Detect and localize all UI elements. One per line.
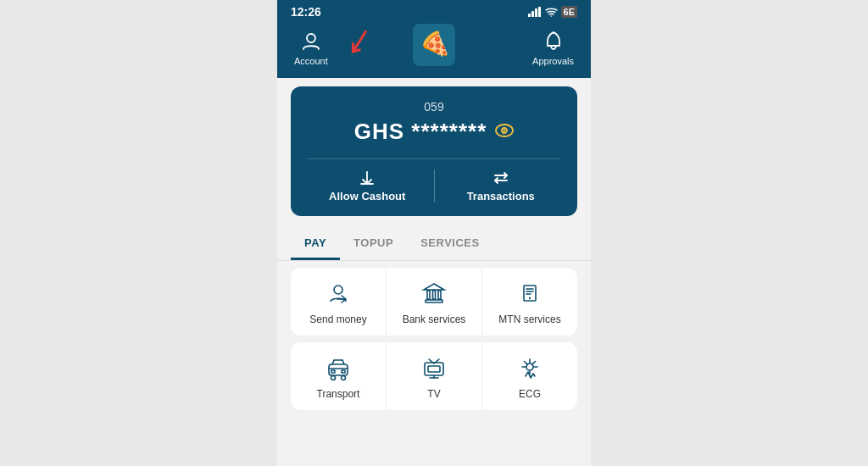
services-section: Send money Bank services [277, 261, 591, 466]
svg-point-31 [526, 363, 533, 370]
svg-rect-0 [528, 14, 531, 17]
arrow-icon [338, 25, 381, 64]
allow-cashout-label: Allow Cashout [329, 190, 405, 202]
bank-services-item[interactable]: Bank services [387, 268, 482, 336]
svg-point-10 [334, 286, 342, 294]
account-nav-item[interactable]: Account [294, 31, 328, 66]
svg-rect-15 [433, 291, 436, 299]
allow-cashout-button[interactable]: Allow Cashout [308, 169, 427, 202]
service-row-2: Transport TV [291, 342, 577, 410]
main-tabs: PAY TOPUP SERVICES [277, 228, 591, 261]
svg-rect-2 [535, 8, 537, 17]
balance-row: GHS ******** [308, 119, 560, 145]
signal-icon [528, 7, 542, 17]
tv-icon [421, 356, 447, 381]
svg-rect-1 [531, 11, 534, 17]
transactions-button[interactable]: Transactions [442, 169, 561, 202]
red-arrow-indicator [338, 25, 383, 69]
account-label: Account [294, 56, 328, 66]
card-divider [434, 169, 435, 202]
ecg-item[interactable]: ECG [482, 342, 577, 410]
svg-rect-14 [427, 291, 430, 299]
svg-line-36 [525, 362, 527, 364]
transport-icon [326, 356, 351, 381]
app-header: Account 🍕 Approvals [277, 24, 591, 78]
account-number: 059 [308, 100, 560, 114]
svg-point-24 [342, 376, 346, 380]
status-icons: 6E [528, 6, 577, 18]
battery-label: 6E [561, 6, 577, 18]
transactions-icon [492, 169, 509, 186]
tv-label: TV [427, 388, 440, 400]
balance-card: 059 GHS ******** Allow Cashout [291, 86, 577, 216]
transport-label: Transport [317, 388, 360, 400]
bell-icon [543, 31, 564, 53]
bank-services-label: Bank services [403, 313, 466, 325]
send-money-label: Send money [309, 313, 366, 325]
svg-point-4 [550, 15, 552, 17]
tv-item[interactable]: TV [387, 342, 482, 410]
transactions-label: Transactions [467, 190, 535, 202]
svg-rect-3 [538, 7, 541, 17]
mtn-services-item[interactable]: MTN services [482, 268, 577, 336]
svg-marker-12 [424, 284, 444, 290]
svg-rect-13 [426, 300, 442, 302]
approvals-nav-item[interactable]: Approvals [532, 31, 574, 66]
mtn-services-label: MTN services [498, 313, 560, 325]
card-actions: Allow Cashout Transactions [308, 158, 560, 202]
transport-item[interactable]: Transport [291, 342, 387, 410]
svg-point-21 [529, 297, 531, 299]
phone-container: 12:26 6E Acc [277, 0, 591, 466]
wifi-icon [545, 7, 558, 17]
eye-icon [495, 124, 514, 137]
bank-services-icon [421, 281, 447, 307]
svg-rect-16 [438, 291, 441, 299]
send-money-item[interactable]: Send money [291, 268, 387, 336]
status-time: 12:26 [291, 5, 321, 19]
status-bar: 12:26 6E [277, 0, 591, 24]
mtn-services-icon [517, 281, 542, 307]
app-logo: 🍕 [413, 24, 455, 66]
tab-services[interactable]: SERVICES [407, 228, 493, 260]
svg-line-37 [533, 362, 536, 364]
svg-point-5 [307, 34, 315, 42]
balance-amount: GHS ******** [354, 119, 487, 145]
svg-rect-30 [428, 366, 440, 372]
svg-point-23 [331, 376, 336, 380]
tab-pay[interactable]: PAY [291, 228, 340, 260]
account-icon [300, 31, 322, 53]
cashout-icon [359, 169, 376, 186]
tab-topup[interactable]: TOPUP [340, 228, 407, 260]
service-row-1: Send money Bank services [291, 268, 577, 336]
approvals-label: Approvals [532, 56, 574, 66]
toggle-balance-icon[interactable] [495, 122, 514, 141]
svg-rect-26 [342, 370, 345, 373]
pizza-logo-icon: 🍕 [416, 28, 452, 63]
ecg-icon [517, 356, 542, 381]
svg-point-9 [504, 130, 506, 132]
ecg-label: ECG [519, 388, 541, 400]
send-money-icon [326, 281, 351, 307]
svg-rect-25 [331, 370, 335, 373]
